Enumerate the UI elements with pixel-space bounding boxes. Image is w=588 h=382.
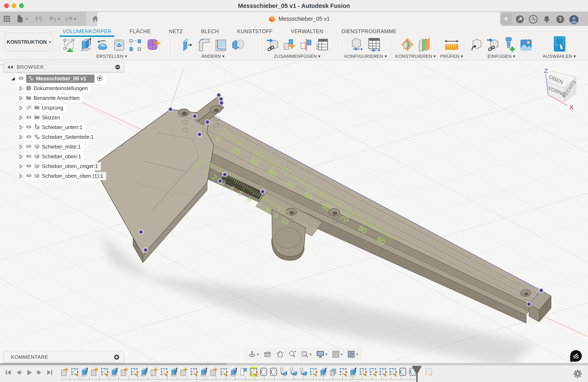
ribbon-tab-volumenkörper[interactable]: VOLUMENKÖRPER: [62, 27, 112, 36]
disclosure-icon[interactable]: [18, 125, 24, 130]
timeline-feature-component[interactable]: [210, 367, 218, 377]
file-menu-icon[interactable]: ▾: [16, 15, 24, 23]
browser-item-row[interactable]: Dokumenteinstellungen: [4, 84, 126, 93]
timeline-feature-sketch[interactable]: [70, 367, 79, 377]
notifications-bell-icon[interactable]: [542, 15, 551, 24]
disclosure-icon[interactable]: [18, 96, 24, 101]
cube-icon[interactable]: [34, 163, 40, 170]
browser-item-row[interactable]: Schieber_Seitenteile:1: [4, 132, 126, 142]
ribbon-tab-verwalten[interactable]: VERWALTEN: [291, 27, 324, 36]
browser-item-row[interactable]: Schieber_unten:1: [4, 122, 126, 132]
timeline-feature-component[interactable]: [90, 367, 99, 377]
browser-item-row[interactable]: Schieber_oben_zeiger:1: [4, 161, 126, 171]
timeline-feature-profile[interactable]: [239, 367, 248, 377]
timeline-scrollbar[interactable]: [0, 363, 588, 365]
ribbon-tab-blech[interactable]: BLECH: [201, 27, 219, 36]
grid-snap-icon[interactable]: ▾: [331, 350, 344, 358]
disclosure-icon[interactable]: [18, 86, 24, 91]
group-label-konstruieren[interactable]: KONSTRUIEREN ▾: [393, 54, 438, 59]
group-label-zusammenfuegen[interactable]: ZUSAMMENFÜGEN ▾: [261, 54, 333, 59]
combine-icon[interactable]: [231, 38, 245, 53]
construction-plane-icon[interactable]: [400, 37, 414, 53]
browser-header[interactable]: BROWSER: [4, 62, 124, 72]
disclosure-icon[interactable]: [18, 154, 24, 159]
look-at-icon[interactable]: [262, 350, 273, 358]
timeline-feature-extrude[interactable]: [110, 367, 119, 377]
timeline-feature-extrude[interactable]: [140, 367, 148, 377]
timeline-feature-chamfer[interactable]: [329, 367, 337, 377]
insert-fastener-icon[interactable]: [503, 37, 516, 53]
document-tab[interactable]: Messschieber_05 v1: [97, 12, 501, 26]
timeline-feature-component[interactable]: [61, 367, 69, 377]
job-status-clock-icon[interactable]: [529, 15, 538, 24]
ribbon-tab-netz[interactable]: NETZ: [168, 27, 183, 36]
hide-panel-icon[interactable]: [115, 64, 120, 70]
viewports-icon[interactable]: ▾: [346, 350, 359, 358]
context-dropdown-button[interactable]: KONSTRUKTION▾: [5, 33, 52, 51]
press-pull-icon[interactable]: [182, 38, 194, 53]
timeline-feature-extrude[interactable]: [319, 367, 327, 377]
browser-item-row[interactable]: Schieber_oben:1: [4, 152, 126, 161]
group-label-erstellen[interactable]: ERSTELLEN ▾: [58, 54, 165, 59]
timeline-feature-extrude[interactable]: [230, 367, 238, 377]
display-settings-icon[interactable]: ▾: [315, 350, 329, 358]
revolve-icon[interactable]: [96, 38, 109, 53]
group-label-konfigurieren[interactable]: KONFIGURIEREN ▾: [341, 54, 391, 59]
eye-icon[interactable]: [26, 124, 32, 130]
expand-wedge-icon[interactable]: [10, 76, 16, 81]
timeline-feature-sketch[interactable]: [190, 367, 198, 377]
activate-radio[interactable]: [97, 75, 103, 82]
group-label-einfuegen[interactable]: EINFÜGEN ▾: [466, 54, 537, 59]
extrude-icon[interactable]: [80, 37, 92, 53]
pattern-icon[interactable]: [129, 38, 142, 53]
pan-icon[interactable]: [275, 350, 285, 358]
undo-icon[interactable]: ▾: [48, 15, 57, 23]
cube-icon[interactable]: [34, 153, 40, 160]
insert-canvas-icon[interactable]: [519, 38, 533, 53]
eye-icon[interactable]: [26, 144, 32, 150]
group-label-pruefen[interactable]: PRÜFEN ▾: [439, 54, 464, 59]
timeline-feature-component[interactable]: [150, 367, 158, 377]
timeline-feature-revolve[interactable]: [399, 367, 407, 377]
cube-icon[interactable]: [34, 173, 40, 179]
timeline-settings-gear-icon[interactable]: [573, 369, 582, 379]
disclosure-icon[interactable]: [18, 135, 24, 140]
user-avatar[interactable]: [569, 15, 578, 24]
collapse-panel-icon[interactable]: [7, 65, 14, 69]
timeline-feature-sketch[interactable]: [130, 367, 138, 377]
timeline-feature-sketch[interactable]: [379, 367, 387, 377]
timeline-feature-extrude[interactable]: [200, 367, 208, 377]
hole-icon[interactable]: [113, 38, 126, 53]
browser-item-row[interactable]: Skizzen: [4, 113, 126, 122]
timeline-feature-move[interactable]: [279, 367, 288, 377]
eye-icon[interactable]: [26, 173, 32, 179]
bom-table-icon[interactable]: [316, 38, 329, 53]
browser-item-row[interactable]: Ursprung: [4, 103, 126, 113]
joint-icon[interactable]: [283, 38, 296, 53]
cube-icon[interactable]: [34, 144, 40, 150]
group-label-auswaehlen[interactable]: AUSWÄHLEN ▾: [541, 54, 577, 59]
timeline-feature-sketch[interactable]: [220, 367, 228, 377]
timeline-feature-component[interactable]: [180, 367, 188, 377]
gear-icon[interactable]: [26, 85, 31, 92]
create-sketch-icon[interactable]: [63, 38, 77, 53]
save-icon[interactable]: [34, 15, 43, 23]
orbit-icon[interactable]: ▾: [247, 350, 260, 358]
disclosure-icon[interactable]: [18, 144, 24, 149]
disclosure-icon[interactable]: [18, 164, 24, 169]
timeline-feature-component[interactable]: [120, 367, 128, 377]
go-to-start-icon[interactable]: [4, 368, 12, 377]
timeline-feature-revolve[interactable]: [259, 367, 268, 377]
timeline-feature-extrude[interactable]: [80, 367, 89, 377]
eye-icon[interactable]: [26, 134, 32, 140]
caliper-model[interactable]: [93, 96, 551, 323]
disclosure-icon[interactable]: [18, 174, 24, 179]
view-cube[interactable]: OBEN VORNE RECHTS Z X: [535, 68, 588, 116]
measure-icon[interactable]: [444, 38, 460, 53]
zoom-icon[interactable]: [287, 350, 297, 358]
folder-icon[interactable]: [34, 115, 40, 121]
timeline-feature-move[interactable]: [299, 367, 308, 377]
browser-root-row[interactable]: Messschieber_05 v1: [4, 74, 126, 84]
folder-icon[interactable]: [34, 105, 40, 111]
play-icon[interactable]: [25, 368, 33, 377]
